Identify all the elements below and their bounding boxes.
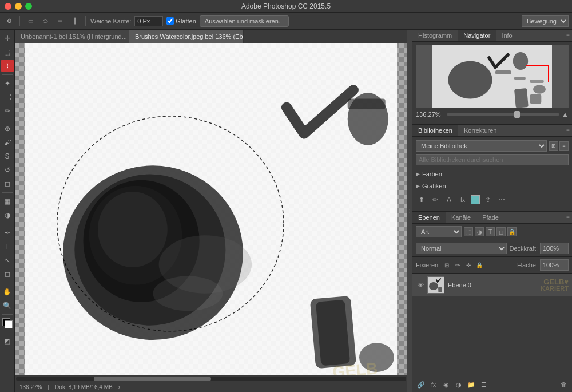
library-select[interactable]: Meine Bibliothek — [416, 140, 547, 152]
layer-filter-select[interactable]: Art — [416, 226, 462, 237]
filter-adj-icon[interactable]: ◑ — [475, 227, 484, 236]
minimize-button[interactable] — [15, 3, 22, 10]
filter-smart-icon[interactable]: 🔒 — [507, 227, 517, 236]
bewegung-select[interactable]: Bewegung — [522, 15, 569, 27]
panel-resize-handle[interactable]: ⋮ — [407, 30, 412, 392]
brush-icon[interactable]: 🖌 — [1, 136, 14, 149]
scroll-thumb-h[interactable] — [94, 377, 211, 381]
stamp-icon[interactable]: S — [1, 150, 14, 163]
delete-layer-icon[interactable]: 🗑 — [558, 379, 569, 390]
tab-histogramm[interactable]: Histogramm — [412, 30, 458, 41]
rect-select-icon[interactable]: ▭ — [25, 15, 36, 27]
magic-wand-icon[interactable]: ✦ — [1, 77, 14, 90]
bib-list-view[interactable]: ≡ — [559, 141, 569, 151]
tab-navigator[interactable]: Navigator — [458, 30, 496, 41]
auswaehlen-button[interactable]: Auswählen und maskieren... — [200, 15, 289, 27]
path-select-icon[interactable]: ↖ — [1, 254, 14, 267]
pen-tool-icon[interactable]: ✒ — [1, 227, 14, 239]
single-row-icon[interactable]: ━ — [54, 15, 66, 27]
tab-korrekturen[interactable]: Korrekturen — [458, 125, 502, 136]
deckkraft-input[interactable] — [540, 243, 569, 254]
svg-rect-22 — [514, 77, 526, 80]
history-brush-icon[interactable]: ↺ — [1, 164, 14, 176]
bib-section-farben[interactable]: ▶ Farben — [416, 168, 569, 180]
shape-tool-icon[interactable]: ◻ — [1, 268, 14, 280]
bib-color-icon[interactable] — [471, 195, 480, 204]
link-layers-icon[interactable]: 🔗 — [416, 379, 426, 390]
tab-bibliotheken[interactable]: Bibliotheken — [412, 125, 458, 136]
eyedropper-icon[interactable]: ✏ — [1, 105, 14, 117]
move-tool-icon[interactable]: ✛ — [1, 32, 14, 45]
navigator-content: 136,27% ▲ — [412, 42, 572, 124]
text-tool-icon[interactable]: T — [1, 240, 14, 253]
flaeche-input[interactable] — [540, 259, 569, 271]
tab-info[interactable]: Info — [496, 30, 518, 41]
dodge-icon[interactable]: ◑ — [1, 209, 14, 221]
bib-search-input[interactable] — [416, 154, 569, 165]
status-bar: 136,27% | Dok: 8,19 MB/16,4 MB › — [15, 382, 407, 392]
navigator-panel-menu[interactable]: ≡ — [566, 33, 570, 39]
bib-brush-icon[interactable]: ✏ — [430, 194, 441, 205]
layer-visibility-icon[interactable]: 👁 — [416, 282, 425, 288]
bib-library-row: Meine Bibliothek ⊞ ≡ — [416, 140, 569, 152]
toolbar-separator-2 — [85, 16, 86, 26]
quick-mask-icon[interactable]: ◩ — [1, 335, 14, 347]
bib-text-icon[interactable]: A — [443, 194, 455, 205]
fix-move-icon[interactable]: ✛ — [464, 260, 473, 270]
glatten-label[interactable]: Glätten — [166, 17, 196, 25]
horizontal-scrollbar[interactable] — [15, 375, 407, 382]
main-layout: ✛ ⬚ ⌇ ✦ ⛶ ✏ ⊕ 🖌 S ↺ ◻ ▦ ◑ ✒ T ↖ ◻ ✋ 🔍 ◩ — [0, 30, 572, 392]
navigator-zoom-slider[interactable] — [447, 113, 559, 116]
bib-upload-icon[interactable]: ⬆ — [416, 194, 427, 205]
lasso-tool-icon[interactable]: ⌇ — [1, 60, 14, 72]
navigator-zoom-value: 136,27% — [416, 111, 444, 118]
layer-style-icon[interactable]: fx — [428, 379, 439, 390]
filter-type-icon[interactable]: T — [486, 227, 495, 236]
layer-mask-icon[interactable]: ◉ — [441, 379, 451, 390]
rect-select-tool-icon[interactable]: ⬚ — [1, 46, 14, 58]
canvas-viewport[interactable]: GELB KARIERT — [15, 43, 407, 375]
bib-more-icon[interactable]: ⋯ — [496, 194, 507, 205]
gradient-icon[interactable]: ▦ — [1, 195, 14, 208]
filter-shape-icon[interactable]: ◻ — [496, 227, 506, 236]
tab-ebenen[interactable]: Ebenen — [412, 212, 446, 223]
heal-icon[interactable]: ⊕ — [1, 122, 14, 135]
weiche-kante-input[interactable] — [134, 16, 163, 26]
eraser-icon[interactable]: ◻ — [1, 177, 14, 190]
fix-checkerboard-icon[interactable]: ⊞ — [442, 260, 451, 270]
blend-mode-select[interactable]: Normal — [416, 243, 507, 254]
tab-brushes[interactable]: Brushes Watercolor.jpeg bei 136% (Ebene … — [129, 30, 244, 43]
glatten-checkbox[interactable] — [166, 17, 174, 25]
crop-icon[interactable]: ⛶ — [1, 91, 14, 104]
svg-point-7 — [153, 276, 223, 311]
navigator-zoom-thumb[interactable] — [514, 111, 520, 118]
ebenen-panel-menu[interactable]: ≡ — [566, 215, 570, 221]
bib-section-grafiken[interactable]: ▶ Grafiken — [416, 180, 569, 192]
bib-fx-icon[interactable]: fx — [457, 194, 468, 205]
status-dok: Dok: 8,19 MB/16,4 MB — [55, 384, 113, 390]
toolbar-right: Bewegung — [522, 15, 569, 27]
tool-options-icon[interactable]: ⚙ — [3, 15, 15, 27]
fix-all-icon[interactable]: 🔒 — [475, 260, 484, 270]
hand-tool-icon[interactable]: ✋ — [1, 286, 14, 298]
svg-rect-11 — [316, 300, 350, 366]
bib-panel-menu[interactable]: ≡ — [566, 128, 570, 134]
filter-pixel-icon[interactable]: ⬚ — [464, 227, 473, 236]
bib-share-icon[interactable]: ⇪ — [482, 194, 494, 205]
close-button[interactable] — [5, 3, 11, 10]
tab-unbenannt[interactable]: Unbenannt-1 bei 151% (Hintergrund... ✕ — [15, 30, 129, 43]
zoom-tool-icon[interactable]: 🔍 — [1, 299, 14, 312]
adjustment-layer-icon[interactable]: ◑ — [454, 379, 464, 390]
tab-pfade[interactable]: Pfade — [476, 212, 505, 223]
fix-brush-icon[interactable]: ✏ — [453, 260, 462, 270]
layer-row-ebene0[interactable]: 👁 Ebene 0 GELB♥ KARIER — [412, 274, 572, 296]
ellipse-select-icon[interactable]: ⬭ — [39, 15, 51, 27]
maximize-button[interactable] — [25, 3, 32, 10]
single-col-icon[interactable]: ┃ — [69, 15, 81, 27]
new-layer-icon[interactable]: ☰ — [479, 379, 489, 390]
status-arrow[interactable]: › — [118, 384, 120, 390]
bib-grid-view[interactable]: ⊞ — [549, 141, 558, 151]
new-group-icon[interactable]: 📁 — [466, 379, 476, 390]
foreground-color-icon[interactable] — [1, 317, 14, 330]
tab-kanaele[interactable]: Kanäle — [446, 212, 476, 223]
